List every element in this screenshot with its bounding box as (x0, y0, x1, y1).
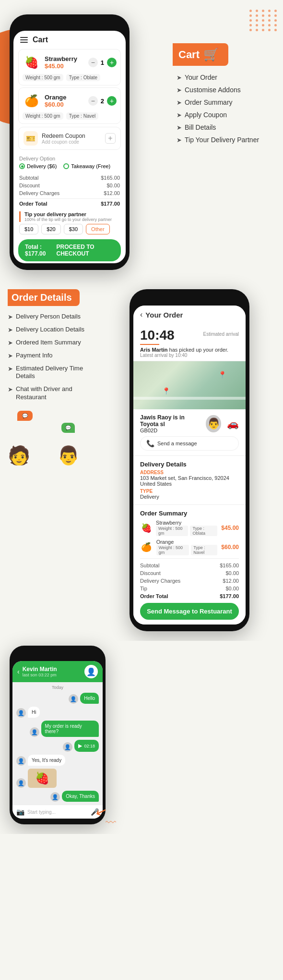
tip-20-btn[interactable]: $20 (41, 224, 60, 234)
orange-name: Orange (45, 94, 67, 101)
chevron-icon-3: ➤ (177, 99, 182, 106)
delivery-option-label: Delivery Option (19, 156, 120, 161)
os-strawberry-price: $45.00 (221, 525, 239, 531)
takeaway-label: Takeaway (Free) (71, 163, 110, 169)
audio-play-icon[interactable]: ▶ (78, 743, 82, 749)
chat-messages: Hello 👤 👤 Hi My order is ready there? 👤 … (12, 693, 103, 802)
od-chevron-1: ➤ (8, 313, 13, 320)
map-block: 📍 📍 (133, 361, 246, 409)
send-message-label: Send a message (157, 441, 197, 446)
orange-tag-weight: Weight : 500 gm (23, 112, 63, 120)
car-icon: 🚗 (227, 418, 239, 429)
cart-section: Cart 🍓 Strawberry $45.00 − 1 + (0, 0, 283, 280)
cart-banner-icon: 🛒 (203, 47, 219, 62)
strawberry-tag-weight: Weight : 500 gm (23, 74, 63, 81)
os-delivery-label: Delivery Charges (140, 578, 180, 584)
feature-order-summary: ➤ Order Summary (177, 98, 278, 106)
checkout-btn: PROCEED TO CHECKOUT (57, 244, 114, 257)
msg-image: 👤 🍓 (16, 769, 99, 788)
os-strawberry-name: Strawberry (156, 520, 217, 526)
os-subtotal-label: Subtotal (140, 563, 159, 568)
driver-name-inline: Aris Martin (140, 347, 167, 353)
strawberry-price: $45.00 (45, 62, 77, 70)
msg-image-content: 🍓 (28, 769, 57, 788)
chat-input-field[interactable]: Start typing... (27, 809, 88, 815)
address-value: 103 Market set, San Francisco, 92024 Uni… (140, 475, 239, 487)
strawberry-plus-btn[interactable]: + (107, 58, 117, 67)
feature-text-6: Tip Your Delivery Partner (185, 136, 259, 144)
delivery-time: 10:48 (140, 328, 175, 343)
phone-notch (50, 21, 89, 28)
od-chevron-6: ➤ (8, 386, 13, 393)
os-orange-price: $60.00 (221, 544, 239, 551)
checkout-bar[interactable]: Total : $177.00 PROCEED TO CHECKOUT (18, 239, 121, 261)
map-marker-b: 📍 (162, 387, 170, 395)
tip-other-btn[interactable]: Other (86, 224, 110, 234)
driver-msg: has picked up your order. (169, 347, 229, 353)
cart-header: Cart (13, 31, 126, 47)
msg-hi: 👤 Hi (16, 707, 99, 718)
msg-bubble-order: My order is ready there? (41, 721, 99, 737)
od-text-3: Ordered Item Summary (16, 339, 81, 347)
send-message-btn[interactable]: 📞 Send a message (140, 436, 239, 451)
address-label: ADDRESS (140, 470, 239, 475)
orange-image: 🍊 (23, 92, 41, 110)
cart-item-strawberry: 🍓 Strawberry $45.00 − 1 + Weight : 500 g… (18, 49, 121, 86)
takeaway-radio[interactable] (63, 163, 69, 169)
os-orange-img: 🍊 (140, 540, 153, 554)
order-total-label: Order Total (19, 201, 47, 207)
msg-bubble-hello: Hello (80, 693, 99, 704)
order-details-phone: ‹ Your Order 10:48 Estimated arrival Ari… (130, 289, 249, 631)
os-total-label: Order Total (140, 593, 168, 599)
msg-avatar-right-1: 👤 (69, 694, 78, 704)
msg-avatar-left-1: 👤 (16, 708, 26, 718)
order-total-value: $177.00 (101, 201, 120, 207)
tip-title: Tip your delivery partner (24, 211, 120, 217)
feature-text-3: Order Summary (185, 98, 233, 106)
takeaway-choice[interactable]: Takeaway (Free) (63, 163, 110, 169)
od-feature-2: ➤ Delivery Location Details (8, 326, 96, 334)
chevron-icon-2: ➤ (177, 86, 182, 94)
time-block: 10:48 Estimated arrival Aris Martin has … (133, 323, 246, 361)
phone-screen: Cart 🍓 Strawberry $45.00 − 1 + (13, 31, 126, 263)
msg-bubble-audio: ▶ 02:18 (74, 740, 99, 752)
msg-avatar-right-4: 👤 (50, 792, 60, 802)
back-arrow-icon[interactable]: ‹ (140, 310, 142, 319)
bill-summary: Subtotal $165.00 Discount $0.00 Delivery… (13, 172, 126, 209)
coupon-icon: 🎫 (24, 131, 38, 146)
cart-feature-list: ➤ Your Order ➤ Customise Addons ➤ Order … (173, 74, 278, 144)
orange-plus-btn[interactable]: + (107, 96, 117, 106)
order-summary-bill: Subtotal$165.00 Discount$0.00 Delivery C… (140, 558, 239, 600)
orange-price: $60.00 (45, 101, 67, 108)
msg-bubble-thanks: Okay, Thanks (62, 791, 99, 802)
strawberry-minus-btn[interactable]: − (88, 58, 98, 67)
hamburger-icon[interactable] (20, 37, 28, 43)
tip-10-btn[interactable]: $10 (19, 224, 38, 234)
phone-icon: 📞 (146, 440, 154, 447)
send-restaurant-btn[interactable]: Send Message to Restuarant (140, 603, 239, 620)
tip-30-btn[interactable]: $30 (64, 224, 83, 234)
msg-yes-ready: 👤 Yes, It's ready (16, 755, 99, 766)
discount-label: Discount (19, 183, 40, 188)
od-chevron-4: ➤ (8, 352, 13, 359)
chat-section: ‹ Kevin Martin last son 03:22 pm 👤 Today… (0, 641, 283, 834)
chat-back-icon[interactable]: ‹ (17, 668, 20, 675)
driver-avatar: 👨 (206, 415, 221, 432)
os-strawberry-tag-1: Weight : 500 gm (156, 526, 188, 536)
cart-features-panel: Cart 🛒 ➤ Your Order ➤ Customise Addons ➤… (173, 14, 283, 148)
coupon-row[interactable]: 🎫 Redeem Coupon Add coupon code + (18, 127, 121, 150)
os-orange-tag-1: Weight : 500 gm (156, 545, 189, 555)
camera-icon[interactable]: 📷 (16, 808, 24, 816)
delivery-choice[interactable]: Delivery ($6) (19, 163, 57, 169)
od-text-4: Payment Info (16, 352, 53, 360)
orange-minus-btn[interactable]: − (88, 96, 98, 106)
msg-audio: ▶ 02:18 👤 (16, 740, 99, 752)
phone-frame: Cart 🍓 Strawberry $45.00 − 1 + (10, 14, 130, 270)
order-details-features: ➤ Delivery Person Details ➤ Delivery Loc… (8, 313, 96, 402)
delivery-radio[interactable] (19, 163, 25, 169)
coupon-add-btn[interactable]: + (105, 133, 116, 144)
msg-avatar-left-3: 👤 (16, 778, 26, 788)
map-background (133, 361, 246, 409)
os-delivery-value: $12.00 (223, 578, 239, 584)
latest-arrival-text: Latest arrival by 10:40 (140, 353, 239, 358)
